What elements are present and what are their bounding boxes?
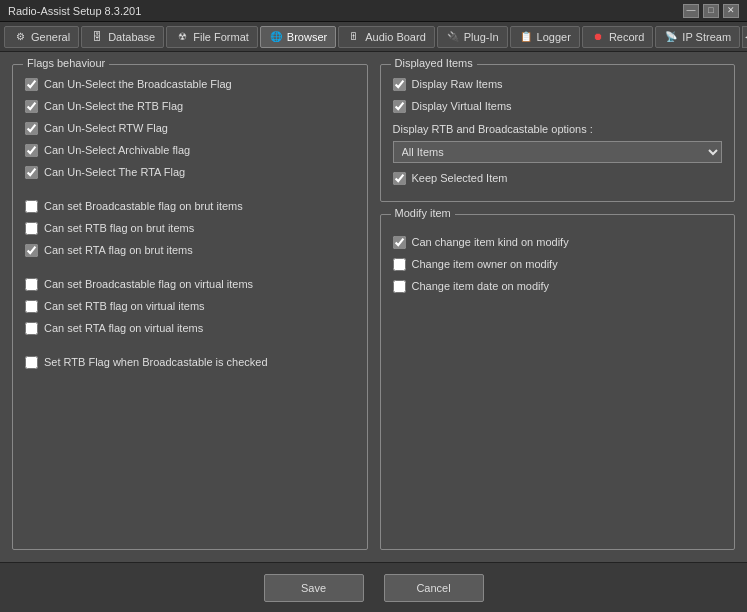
left-panel: Flags behaviour Can Un-Select the Broadc… xyxy=(12,64,368,550)
di3-label: Keep Selected Item xyxy=(412,172,508,184)
tab-bar: ⚙ General 🗄 Database ☢ File Format 🌐 Bro… xyxy=(0,22,747,52)
audio-board-icon: 🎚 xyxy=(347,30,361,44)
checkbox-row-cb3: Can Un-Select RTW Flag xyxy=(25,119,355,137)
checkbox-row-cb5: Can Un-Select The RTA Flag xyxy=(25,163,355,181)
tab-general[interactable]: ⚙ General xyxy=(4,26,79,48)
checkbox-row-di3: Keep Selected Item xyxy=(393,169,723,187)
cb5-label: Can Un-Select The RTA Flag xyxy=(44,166,185,178)
di3-checkbox[interactable] xyxy=(393,172,406,185)
displayed-items-title: Displayed Items xyxy=(391,57,477,69)
mi1-checkbox[interactable] xyxy=(393,236,406,249)
cb8-label: Can set RTA flag on brut items xyxy=(44,244,193,256)
checkbox-row-cb9: Can set Broadcastable flag on virtual it… xyxy=(25,275,355,293)
flags-group-3: Can set Broadcastable flag on virtual it… xyxy=(25,275,355,337)
logger-icon: 📋 xyxy=(519,30,533,44)
flags-group-4: Set RTB Flag when Broadcastable is check… xyxy=(25,353,355,371)
checkbox-row-cb1: Can Un-Select the Broadcastable Flag xyxy=(25,75,355,93)
dropdown-label: Display RTB and Broadcastable options : xyxy=(393,123,723,135)
mi2-label: Change item owner on modify xyxy=(412,258,558,270)
bottom-bar: Save Cancel xyxy=(0,562,747,612)
cb4-checkbox[interactable] xyxy=(25,144,38,157)
di1-checkbox[interactable] xyxy=(393,78,406,91)
cb5-checkbox[interactable] xyxy=(25,166,38,179)
cb7-label: Can set RTB flag on brut items xyxy=(44,222,194,234)
nav-left-button[interactable]: ◀ xyxy=(742,26,747,48)
window-title: Radio-Assist Setup 8.3.201 xyxy=(8,5,141,17)
di1-label: Display Raw Items xyxy=(412,78,503,90)
cb6-label: Can set Broadcastable flag on brut items xyxy=(44,200,243,212)
cb12-label: Set RTB Flag when Broadcastable is check… xyxy=(44,356,268,368)
displayed-items-group: Displayed Items Display Raw Items Displa… xyxy=(380,64,736,202)
checkbox-row-di1: Display Raw Items xyxy=(393,75,723,93)
checkbox-row-cb10: Can set RTB flag on virtual items xyxy=(25,297,355,315)
modify-item-group: Modify item Can change item kind on modi… xyxy=(380,214,736,550)
cb4-label: Can Un-Select Archivable flag xyxy=(44,144,190,156)
cb10-checkbox[interactable] xyxy=(25,300,38,313)
flags-group-2: Can set Broadcastable flag on brut items… xyxy=(25,197,355,259)
cancel-button[interactable]: Cancel xyxy=(384,574,484,602)
cb2-checkbox[interactable] xyxy=(25,100,38,113)
checkbox-row-mi2: Change item owner on modify xyxy=(393,255,723,273)
tab-plug-in[interactable]: 🔌 Plug-In xyxy=(437,26,508,48)
checkbox-row-mi3: Change item date on modify xyxy=(393,277,723,295)
file-format-icon: ☢ xyxy=(175,30,189,44)
database-icon: 🗄 xyxy=(90,30,104,44)
cb11-label: Can set RTA flag on virtual items xyxy=(44,322,203,334)
mi1-label: Can change item kind on modify xyxy=(412,236,569,248)
checkbox-row-cb2: Can Un-Select the RTB Flag xyxy=(25,97,355,115)
record-icon: ⏺ xyxy=(591,30,605,44)
cb8-checkbox[interactable] xyxy=(25,244,38,257)
checkbox-row-cb8: Can set RTA flag on brut items xyxy=(25,241,355,259)
maximize-button[interactable]: □ xyxy=(703,4,719,18)
cb3-checkbox[interactable] xyxy=(25,122,38,135)
cb3-label: Can Un-Select RTW Flag xyxy=(44,122,168,134)
browser-icon: 🌐 xyxy=(269,30,283,44)
cb9-label: Can set Broadcastable flag on virtual it… xyxy=(44,278,253,290)
cb1-checkbox[interactable] xyxy=(25,78,38,91)
main-content: Flags behaviour Can Un-Select the Broadc… xyxy=(0,52,747,562)
checkbox-row-cb11: Can set RTA flag on virtual items xyxy=(25,319,355,337)
tab-record[interactable]: ⏺ Record xyxy=(582,26,653,48)
flags-behaviour-title: Flags behaviour xyxy=(23,57,109,69)
checkbox-row-cb4: Can Un-Select Archivable flag xyxy=(25,141,355,159)
di2-checkbox[interactable] xyxy=(393,100,406,113)
plug-in-icon: 🔌 xyxy=(446,30,460,44)
checkbox-row-cb12: Set RTB Flag when Broadcastable is check… xyxy=(25,353,355,371)
checkbox-row-di2: Display Virtual Items xyxy=(393,97,723,115)
right-panel: Displayed Items Display Raw Items Displa… xyxy=(380,64,736,550)
tab-audio-board[interactable]: 🎚 Audio Board xyxy=(338,26,435,48)
ip-stream-icon: 📡 xyxy=(664,30,678,44)
title-bar: Radio-Assist Setup 8.3.201 — □ ✕ xyxy=(0,0,747,22)
checkbox-row-mi1: Can change item kind on modify xyxy=(393,233,723,251)
mi3-label: Change item date on modify xyxy=(412,280,550,292)
cb12-checkbox[interactable] xyxy=(25,356,38,369)
minimize-button[interactable]: — xyxy=(683,4,699,18)
close-button[interactable]: ✕ xyxy=(723,4,739,18)
cb7-checkbox[interactable] xyxy=(25,222,38,235)
di2-label: Display Virtual Items xyxy=(412,100,512,112)
display-options-select[interactable]: All Items Raw Items Only Virtual Items O… xyxy=(393,141,723,163)
general-icon: ⚙ xyxy=(13,30,27,44)
checkbox-row-cb7: Can set RTB flag on brut items xyxy=(25,219,355,237)
flags-behaviour-group: Flags behaviour Can Un-Select the Broadc… xyxy=(12,64,368,550)
tab-logger[interactable]: 📋 Logger xyxy=(510,26,580,48)
modify-item-title: Modify item xyxy=(391,207,455,219)
cb9-checkbox[interactable] xyxy=(25,278,38,291)
save-button[interactable]: Save xyxy=(264,574,364,602)
tab-database[interactable]: 🗄 Database xyxy=(81,26,164,48)
cb2-label: Can Un-Select the RTB Flag xyxy=(44,100,183,112)
cb11-checkbox[interactable] xyxy=(25,322,38,335)
nav-arrows: ◀ ▶ xyxy=(742,26,747,48)
cb6-checkbox[interactable] xyxy=(25,200,38,213)
tab-browser[interactable]: 🌐 Browser xyxy=(260,26,336,48)
tab-file-format[interactable]: ☢ File Format xyxy=(166,26,258,48)
dropdown-row: All Items Raw Items Only Virtual Items O… xyxy=(393,141,723,163)
mi2-checkbox[interactable] xyxy=(393,258,406,271)
cb10-label: Can set RTB flag on virtual items xyxy=(44,300,205,312)
window-controls: — □ ✕ xyxy=(683,4,739,18)
mi3-checkbox[interactable] xyxy=(393,280,406,293)
checkbox-row-cb6: Can set Broadcastable flag on brut items xyxy=(25,197,355,215)
tab-ip-stream[interactable]: 📡 IP Stream xyxy=(655,26,740,48)
flags-group-1: Can Un-Select the Broadcastable Flag Can… xyxy=(25,75,355,181)
cb1-label: Can Un-Select the Broadcastable Flag xyxy=(44,78,232,90)
